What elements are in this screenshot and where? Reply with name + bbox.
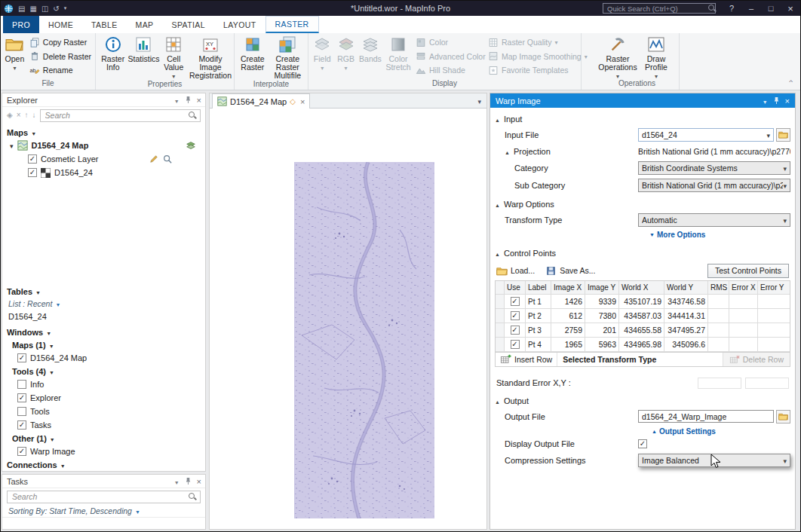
color-stretch-button[interactable]: Color Stretch <box>383 33 413 79</box>
statistics-button[interactable]: Statistics <box>128 33 158 80</box>
copy-raster-button[interactable]: Copy Raster <box>29 36 91 49</box>
window-checkbox[interactable] <box>17 393 26 402</box>
pin-icon[interactable] <box>185 477 192 485</box>
map-image-smoothing-button[interactable]: Map Image Smoothing <box>488 50 577 63</box>
tab-table[interactable]: TABLE <box>82 16 126 33</box>
tab-spatial[interactable]: SPATIAL <box>163 16 214 33</box>
raster-operations-button[interactable]: Raster Operations <box>597 33 639 79</box>
transform-type-combo[interactable]: Automatic <box>638 213 790 227</box>
control-points-section-header[interactable]: Control Points <box>495 247 790 259</box>
table-list-item[interactable]: D1564_24 <box>2 310 205 323</box>
float-indicator-icon[interactable]: ◇ <box>290 97 296 105</box>
insert-row-button[interactable]: Insert Row <box>496 353 557 366</box>
color-button[interactable]: Color <box>416 36 483 49</box>
category-combo[interactable]: British Coordinate Systems <box>638 161 790 175</box>
explorer-search-input[interactable] <box>44 110 186 121</box>
favorite-templates-button[interactable]: Favorite Templates <box>488 64 577 77</box>
open-button[interactable]: Open <box>2 33 27 79</box>
raster-quality-button[interactable]: Raster Quality <box>488 36 577 49</box>
close-icon[interactable]: × <box>785 96 790 105</box>
window-item-info[interactable]: Info <box>2 378 205 391</box>
tab-raster[interactable]: RASTER <box>265 16 319 33</box>
expander-icon[interactable] <box>10 141 14 150</box>
sub-category-combo[interactable]: British National Grid (1 mm accuracy)\p2… <box>638 179 790 192</box>
load-button[interactable]: Load... <box>496 266 535 276</box>
tab-map[interactable]: MAP <box>127 16 163 33</box>
chevron-down-icon[interactable] <box>174 477 180 486</box>
layer-item-cosmetic[interactable]: Cosmetic Layer <box>2 152 205 166</box>
output-section-header[interactable]: Output <box>495 395 790 407</box>
minimize-button[interactable]: – <box>741 1 761 16</box>
field-button[interactable]: Field <box>310 33 334 79</box>
explorer-search-box[interactable] <box>40 109 201 122</box>
cell-value-button[interactable]: Cell Value <box>158 33 189 80</box>
map-tab[interactable]: D1564_24 Map ◇ × <box>212 93 310 109</box>
input-file-combo[interactable]: d1564_24 <box>638 128 774 142</box>
qat-map-icon[interactable]: ▦ <box>29 5 36 13</box>
bands-button[interactable]: Bands <box>358 33 383 79</box>
use-checkbox[interactable] <box>511 340 520 349</box>
tables-section-header[interactable]: Tables <box>2 285 205 298</box>
window-item-warp-image[interactable]: Warp Image <box>2 445 205 458</box>
window-checkbox[interactable] <box>17 380 26 389</box>
advanced-color-button[interactable]: Advanced Color <box>416 50 483 63</box>
window-item-tasks[interactable]: Tasks <box>2 418 205 432</box>
projection-row[interactable]: Projection British National Grid (1 mm a… <box>495 144 790 158</box>
collapse-ribbon-icon[interactable]: ^ <box>789 78 793 84</box>
delete-raster-button[interactable]: Delete Raster <box>29 50 91 63</box>
use-checkbox[interactable] <box>511 311 520 320</box>
windows-maps-group[interactable]: Maps (1) <box>2 338 205 351</box>
rgb-button[interactable]: RGB <box>334 33 357 79</box>
window-checkbox[interactable] <box>17 420 26 430</box>
windows-other-group[interactable]: Other (1) <box>2 432 205 445</box>
layer-item-raster[interactable]: D1564_24 <box>2 166 205 179</box>
tables-list-filter[interactable]: List : Recent <box>2 298 205 310</box>
tasks-search-box[interactable] <box>7 491 201 503</box>
move-down-icon[interactable]: ↓ <box>32 112 36 119</box>
test-control-points-button[interactable]: Test Control Points <box>707 264 789 278</box>
move-up-icon[interactable]: ↑ <box>25 112 29 119</box>
locate-icon[interactable]: ◈ <box>7 112 13 119</box>
tab-home[interactable]: HOME <box>39 16 82 33</box>
input-section-header[interactable]: Input <box>495 113 790 125</box>
close-button[interactable]: × <box>781 1 800 16</box>
map-tree-node[interactable]: D1564_24 Map <box>2 139 205 152</box>
rename-button[interactable]: ab Rename <box>29 64 91 77</box>
table-row[interactable]: Pt 4 1965 5963 434965.98 345096.6 <box>496 338 790 352</box>
output-file-browse-button[interactable] <box>776 410 790 423</box>
chevron-down-icon[interactable] <box>763 96 768 105</box>
window-item-map[interactable]: D1564_24 Map <box>2 351 205 365</box>
window-item-tools[interactable]: Tools <box>2 405 205 418</box>
tab-list-chevron-icon[interactable] <box>477 96 481 105</box>
app-icon[interactable] <box>4 4 14 14</box>
window-checkbox[interactable] <box>17 447 26 456</box>
tab-pro[interactable]: PRO <box>3 16 39 33</box>
qat-table-icon[interactable]: ▤ <box>18 5 25 13</box>
windows-tools-group[interactable]: Tools (4) <box>2 365 205 378</box>
tasks-search-input[interactable] <box>11 491 186 502</box>
close-icon[interactable]: × <box>197 477 201 486</box>
tab-close-icon[interactable]: × <box>300 97 305 106</box>
window-checkbox[interactable] <box>17 407 26 416</box>
connections-section-header[interactable]: Connections <box>2 458 205 470</box>
window-checkbox[interactable] <box>17 353 26 362</box>
display-output-checkbox[interactable] <box>638 439 647 448</box>
maps-section-header[interactable]: Maps <box>2 126 205 139</box>
pin-icon[interactable] <box>773 96 780 105</box>
quick-search-box[interactable] <box>603 3 716 14</box>
window-item-explorer[interactable]: Explorer <box>2 391 205 405</box>
more-options-link[interactable]: More Options <box>649 231 705 239</box>
save-as-button[interactable]: Save As... <box>545 266 595 276</box>
create-raster-button[interactable]: Create Raster <box>236 33 269 80</box>
warp-options-section-header[interactable]: Warp Options <box>495 198 790 210</box>
help-button[interactable]: ? <box>722 1 741 16</box>
map-canvas[interactable] <box>210 109 486 529</box>
layer-checkbox[interactable] <box>28 154 37 164</box>
zoom-layer-icon[interactable] <box>163 154 172 164</box>
delete-row-button[interactable]: Delete Row <box>723 353 790 366</box>
table-row[interactable]: Pt 3 2759 201 434655.58 347495.27 <box>496 323 790 338</box>
chevron-down-icon[interactable] <box>174 96 180 105</box>
qat-window-icon[interactable]: ◫ <box>41 5 48 13</box>
input-file-browse-button[interactable] <box>776 128 790 142</box>
output-file-field[interactable]: d1564_24_Warp_Image <box>638 410 774 423</box>
